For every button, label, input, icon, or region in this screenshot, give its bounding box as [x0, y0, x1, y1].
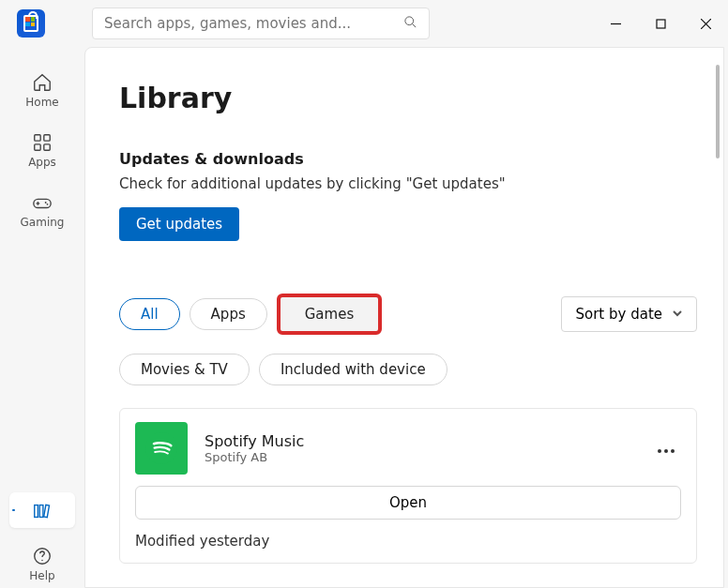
nav-label: Home [25, 96, 58, 109]
updates-heading: Updates & downloads [119, 150, 697, 168]
store-logo-icon [17, 9, 45, 38]
modified-text: Modified yesterday [135, 533, 681, 550]
svg-point-19 [41, 560, 42, 561]
sort-label: Sort by date [575, 306, 662, 323]
nav-label: Help [29, 569, 54, 582]
help-icon [31, 545, 53, 567]
minimize-button[interactable] [593, 0, 638, 47]
scrollbar[interactable] [716, 65, 720, 158]
content-area: Library Updates & downloads Check for ad… [84, 47, 724, 588]
svg-rect-10 [34, 199, 51, 207]
svg-point-14 [47, 204, 49, 205]
svg-rect-8 [35, 144, 40, 150]
nav-library[interactable]: Library [9, 492, 75, 528]
filter-games[interactable]: Games [277, 294, 382, 335]
search-box[interactable] [92, 8, 430, 39]
svg-point-13 [45, 202, 47, 204]
window-controls [593, 0, 728, 47]
svg-rect-15 [35, 505, 38, 518]
titlebar [0, 0, 728, 47]
svg-rect-6 [35, 135, 40, 141]
sidebar: Home Apps Gaming Library Help [0, 47, 84, 588]
svg-rect-16 [39, 505, 43, 518]
filter-row: All Apps Games Sort by date Movies & TV … [119, 294, 697, 385]
updates-subtext: Check for additional updates by clicking… [119, 175, 697, 192]
search-icon [403, 15, 417, 33]
close-button[interactable] [683, 0, 728, 47]
app-meta: Spotify Music Spotify AB [205, 432, 304, 464]
nav-apps[interactable]: Apps [9, 124, 75, 174]
filter-apps[interactable]: Apps [190, 298, 267, 330]
library-item: Spotify Music Spotify AB Open Modified y… [119, 408, 697, 564]
svg-line-1 [412, 23, 416, 27]
apps-icon [31, 131, 53, 154]
home-icon [31, 71, 53, 94]
svg-rect-17 [44, 505, 50, 517]
nav-label: Gaming [21, 216, 65, 229]
filter-movies-tv[interactable]: Movies & TV [119, 354, 250, 385]
search-input[interactable] [104, 15, 403, 32]
svg-point-23 [671, 449, 675, 453]
gaming-icon [31, 191, 53, 214]
sort-dropdown[interactable]: Sort by date [561, 296, 697, 332]
library-icon [31, 500, 53, 522]
svg-point-22 [664, 449, 668, 453]
svg-rect-7 [44, 135, 50, 141]
page-title: Library [119, 82, 697, 114]
more-options-button[interactable] [651, 434, 681, 463]
app-name: Spotify Music [205, 432, 304, 450]
svg-rect-9 [44, 144, 50, 150]
microsoft-store-window: Home Apps Gaming Library Help [0, 0, 728, 588]
app-publisher: Spotify AB [205, 450, 304, 464]
filter-all[interactable]: All [119, 298, 180, 330]
open-button[interactable]: Open [135, 486, 681, 520]
nav-label: Apps [28, 156, 56, 169]
chevron-down-icon [672, 306, 683, 323]
svg-point-0 [405, 16, 414, 24]
nav-gaming[interactable]: Gaming [9, 184, 75, 234]
nav-help[interactable]: Help [9, 537, 75, 588]
svg-point-21 [658, 449, 661, 453]
get-updates-button[interactable]: Get updates [119, 207, 239, 241]
app-icon-spotify [135, 422, 188, 475]
filter-included[interactable]: Included with device [259, 354, 447, 385]
svg-rect-3 [657, 20, 665, 28]
nav-home[interactable]: Home [9, 64, 75, 114]
maximize-button[interactable] [638, 0, 683, 47]
